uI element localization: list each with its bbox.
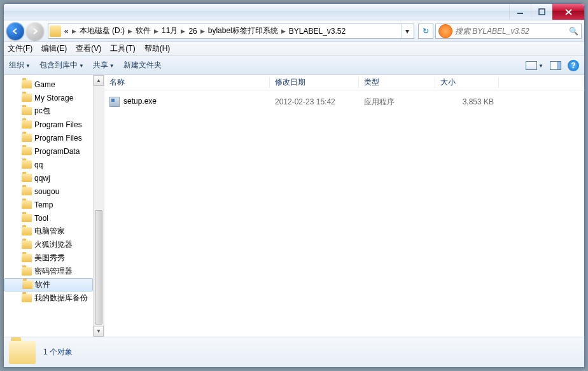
status-text: 1 个对象	[43, 347, 73, 358]
tree-item[interactable]: 美图秀秀	[4, 251, 93, 265]
tree-item-label: Program Files	[34, 120, 82, 129]
tree-item[interactable]: ProgramData	[4, 144, 93, 158]
col-name[interactable]: 名称	[104, 77, 270, 88]
tree-item[interactable]: qqwj	[4, 171, 93, 185]
preview-pane-button[interactable]	[550, 60, 561, 70]
breadcrumb-seg[interactable]: 26	[186, 24, 199, 38]
tree-item[interactable]: Program Files	[4, 118, 93, 131]
search-box[interactable]: 🔍	[435, 24, 582, 39]
forward-button[interactable]	[26, 22, 44, 40]
tree-item[interactable]: My Storage	[4, 91, 93, 104]
main-body: GameMy Storagepc包Program FilesProgram Fi…	[4, 75, 584, 337]
tree-item[interactable]: Game	[4, 78, 93, 91]
tree-item-label: Program Files	[34, 134, 82, 143]
address-bar[interactable]: « ▶ 本地磁盘 (D:)▶ 软件▶ 11月▶ 26▶ bylabel标签打印系…	[48, 24, 414, 39]
chevron-right-icon: ▶	[153, 28, 160, 34]
file-name: setup.exe	[123, 97, 157, 106]
menu-view[interactable]: 查看(V)	[76, 43, 101, 54]
folder-icon	[22, 174, 32, 182]
tree-item-label: 美图秀秀	[34, 253, 65, 263]
col-size[interactable]: 大小	[435, 77, 499, 88]
file-date: 2012-02-23 15:42	[270, 97, 359, 106]
tree-item[interactable]: Temp	[4, 198, 93, 211]
tree-item[interactable]: 火狐浏览器	[4, 238, 93, 251]
tree-item-label: My Storage	[34, 94, 73, 102]
file-list: setup.exe2012-02-23 15:42应用程序3,853 KB	[104, 90, 584, 337]
tree-item[interactable]: 电脑管家	[4, 225, 93, 238]
col-type[interactable]: 类型	[359, 77, 435, 88]
tree-item[interactable]: pc包	[4, 104, 93, 118]
scroll-down-button[interactable]: ▼	[94, 326, 104, 337]
breadcrumb-seg[interactable]: bylabel标签打印系统	[206, 24, 280, 38]
tree-item[interactable]: qq	[4, 158, 93, 171]
tree-item[interactable]: 密码管理器	[4, 265, 93, 278]
folder-icon	[22, 200, 32, 209]
folder-icon	[22, 294, 32, 302]
folder-icon	[22, 187, 32, 195]
scroll-up-button[interactable]: ▲	[94, 75, 104, 86]
menu-help[interactable]: 帮助(H)	[144, 43, 171, 54]
folder-icon	[22, 80, 32, 88]
scrollbar[interactable]: ▲ ▼	[93, 75, 104, 337]
content-pane: 名称 修改日期 类型 大小 setup.exe2012-02-23 15:42应…	[104, 75, 584, 337]
tree-item-label: 密码管理器	[34, 266, 73, 277]
col-date[interactable]: 修改日期	[270, 77, 359, 88]
breadcrumb-seg[interactable]: 11月	[160, 24, 179, 38]
menu-tools[interactable]: 工具(T)	[110, 43, 135, 54]
navbar: « ▶ 本地磁盘 (D:)▶ 软件▶ 11月▶ 26▶ bylabel标签打印系…	[4, 20, 584, 42]
folder-icon	[22, 134, 32, 142]
tree-item[interactable]: 我的数据库备份	[4, 291, 93, 305]
share-button[interactable]: 共享▼	[93, 60, 115, 71]
folder-icon	[22, 107, 32, 115]
chevron-right-icon: ▶	[71, 28, 78, 34]
breadcrumb-seg[interactable]: 本地磁盘 (D:)	[78, 24, 127, 38]
scroll-thumb[interactable]	[95, 210, 102, 325]
toolbar: 组织▼ 包含到库中▼ 共享▼ 新建文件夹 ▼ ?	[4, 56, 584, 75]
chevron-right-icon: ▶	[127, 28, 134, 34]
tree-item-label: ProgramData	[34, 147, 80, 156]
tree-item[interactable]: Tool	[4, 211, 93, 225]
maximize-button[interactable]	[531, 4, 552, 20]
folder-icon	[22, 241, 32, 249]
refresh-button[interactable]: ↻	[418, 24, 433, 39]
tree-item-label: pc包	[34, 106, 50, 116]
folder-icon	[22, 281, 32, 289]
status-bar: 1 个对象	[4, 337, 584, 367]
tree-item-label: Temp	[34, 200, 53, 209]
tree-item[interactable]: sougou	[4, 185, 93, 198]
file-row[interactable]: setup.exe2012-02-23 15:42应用程序3,853 KB	[104, 94, 584, 109]
search-input[interactable]	[455, 27, 569, 36]
tree-item-label: Tool	[34, 214, 48, 223]
svg-rect-0	[517, 13, 523, 14]
help-button[interactable]: ?	[568, 60, 579, 71]
tree-item-label: qq	[34, 160, 43, 169]
breadcrumb-seg[interactable]: 软件	[134, 24, 153, 38]
chevron-right-icon: ▶	[179, 28, 186, 34]
folder-icon	[9, 341, 36, 364]
file-type: 应用程序	[359, 97, 435, 108]
close-button[interactable]	[552, 4, 584, 20]
menubar: 文件(F) 编辑(E) 查看(V) 工具(T) 帮助(H)	[4, 42, 584, 56]
search-icon[interactable]: 🔍	[569, 27, 578, 36]
view-mode-button[interactable]: ▼	[526, 60, 543, 70]
exe-icon	[109, 97, 120, 107]
tree-item[interactable]: Program Files	[4, 131, 93, 144]
breadcrumb-seg[interactable]: BYLABEL_v3.52	[287, 24, 347, 38]
new-folder-button[interactable]: 新建文件夹	[123, 60, 162, 71]
folder-icon	[22, 267, 32, 276]
menu-edit[interactable]: 编辑(E)	[41, 43, 67, 54]
folder-icon	[22, 147, 32, 155]
back-button[interactable]	[6, 22, 24, 40]
folder-icon	[50, 25, 61, 37]
menu-file[interactable]: 文件(F)	[8, 43, 32, 54]
minimize-button[interactable]	[509, 4, 531, 20]
tree-item[interactable]: 软件	[4, 278, 93, 291]
address-dropdown[interactable]: ▾	[401, 24, 412, 38]
folder-tree: GameMy Storagepc包Program FilesProgram Fi…	[4, 75, 93, 307]
file-size: 3,853 KB	[435, 97, 499, 106]
organize-button[interactable]: 组织▼	[9, 60, 31, 71]
tree-item-label: 火狐浏览器	[34, 239, 73, 250]
folder-icon	[22, 214, 32, 222]
tree-item-label: 我的数据库备份	[34, 293, 88, 304]
include-button[interactable]: 包含到库中▼	[39, 60, 84, 71]
